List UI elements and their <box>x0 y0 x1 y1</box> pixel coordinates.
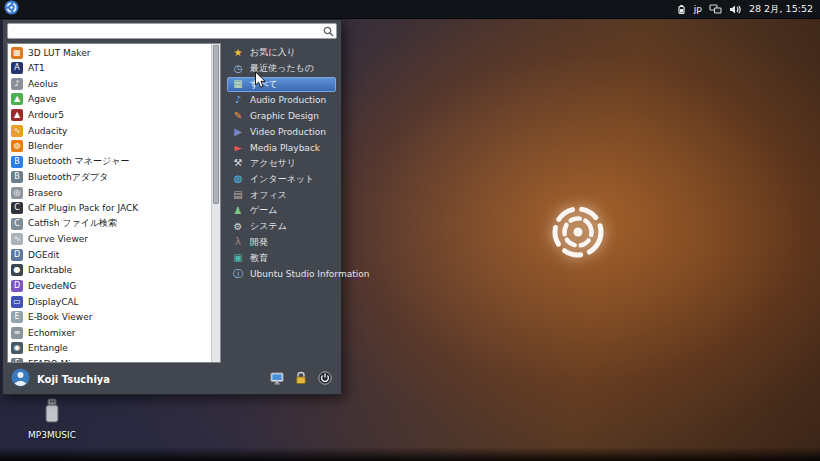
category-label: Video Production <box>250 127 326 137</box>
category-item[interactable]: ✎Graphic Design <box>227 108 336 124</box>
network-icon[interactable] <box>709 4 722 15</box>
category-item[interactable]: ★お気に入り <box>227 45 336 61</box>
app-list-item[interactable]: AAT1 <box>8 61 211 77</box>
app-label: AT1 <box>28 63 45 73</box>
app-list-item[interactable]: ◍Blender <box>8 138 211 154</box>
category-item[interactable]: ▦すべて <box>227 77 336 93</box>
usb-drive-icon <box>40 409 64 428</box>
power-icon <box>318 371 332 388</box>
app-label: Brasero <box>28 188 63 198</box>
app-list: ▦3D LUT MakerAAT1♪Aeolus▲Agave▲Ardour5∿A… <box>8 44 211 362</box>
app-label: Blender <box>28 141 63 151</box>
app-list-item[interactable]: ♪Aeolus <box>8 76 211 92</box>
category-list: ★お気に入り◷最近使ったもの▦すべて♪Audio Production✎Grap… <box>227 45 336 282</box>
app-list-item[interactable]: DDGEdit <box>8 247 211 263</box>
app-list-scrollbar[interactable] <box>211 44 220 362</box>
app-label: Catfish ファイル検索 <box>28 217 117 230</box>
app-label: Audacity <box>28 126 67 136</box>
bluetooth-adapter-icon: B <box>11 171 23 183</box>
search-box <box>7 23 337 39</box>
app-list-item[interactable]: ▲Ardour5 <box>8 107 211 123</box>
app-label: DisplayCAL <box>28 297 79 307</box>
aeolus-icon: ♪ <box>11 78 23 90</box>
username: Koji Tsuchiya <box>37 374 110 385</box>
app-list-item[interactable]: CCalf Plugin Pack for JACK <box>8 200 211 216</box>
power-manager-icon[interactable] <box>676 4 687 15</box>
app-label: 3D LUT Maker <box>28 48 90 58</box>
category-item[interactable]: ♟ゲーム <box>227 203 336 219</box>
menu-footer: Koji Tsuchiya <box>3 365 341 394</box>
entangle-icon: ◉ <box>11 342 23 354</box>
ffado-mixer-icon: F <box>11 358 23 362</box>
applications-menu-button[interactable] <box>0 0 22 19</box>
user-avatar <box>11 368 30 391</box>
category-item[interactable]: ▣教育 <box>227 250 336 266</box>
volume-icon[interactable] <box>729 4 742 15</box>
lock-screen-button[interactable] <box>292 371 309 388</box>
app-label: Entangle <box>28 343 68 353</box>
top-panel: jp 28 2月, 15:52 <box>0 0 820 19</box>
category-item[interactable]: ⚙システム <box>227 219 336 235</box>
blender-icon: ◍ <box>11 140 23 152</box>
category-label: オフィス <box>250 189 287 202</box>
app-list-item[interactable]: ∿Audacity <box>8 123 211 139</box>
development-icon: λ <box>232 236 244 248</box>
catfish-icon: C <box>11 218 23 230</box>
settings-button[interactable] <box>268 371 285 388</box>
app-list-item[interactable]: ◎Brasero <box>8 185 211 201</box>
favorites-star-icon: ★ <box>232 47 244 59</box>
app-list-item[interactable]: ◉Entangle <box>8 340 211 356</box>
category-item[interactable]: ◷最近使ったもの <box>227 61 336 77</box>
app-list-item[interactable]: ∿Curve Viewer <box>8 232 211 248</box>
lock-icon <box>295 371 307 388</box>
panel-clock[interactable]: 28 2月, 15:52 <box>749 3 813 16</box>
category-label: ゲーム <box>250 204 277 217</box>
at1-icon: A <box>11 62 23 74</box>
agave-icon: ▲ <box>11 93 23 105</box>
app-list-item[interactable]: ●Darktable <box>8 263 211 279</box>
accessories-icon: ⚒ <box>232 157 244 169</box>
power-button[interactable] <box>316 371 333 388</box>
app-list-item[interactable]: ≡Echomixer <box>8 325 211 341</box>
app-list-item[interactable]: CCatfish ファイル検索 <box>8 216 211 232</box>
app-list-item[interactable]: BBluetooth マネージャー <box>8 154 211 170</box>
mouse-cursor <box>254 71 267 94</box>
office-icon: ▤ <box>232 189 244 201</box>
category-item[interactable]: λ開発 <box>227 235 336 251</box>
app-label: Curve Viewer <box>28 234 88 244</box>
app-list-item[interactable]: BBluetoothアダプタ <box>8 169 211 185</box>
app-list-item[interactable]: FFFADO Mixer <box>8 356 211 362</box>
system-gear-icon: ⚙ <box>232 221 244 233</box>
all-apps-grid-icon: ▦ <box>232 78 244 90</box>
category-item[interactable]: ⓘUbuntu Studio Information <box>227 266 336 282</box>
app-label: DevedeNG <box>28 281 76 291</box>
games-icon: ♟ <box>232 205 244 217</box>
app-list-item[interactable]: ▭DisplayCAL <box>8 294 211 310</box>
app-list-item[interactable]: EE-Book Viewer <box>8 309 211 325</box>
search-input[interactable] <box>8 26 320 37</box>
education-icon: ▣ <box>232 252 244 264</box>
category-item[interactable]: ▶Video Production <box>227 124 336 140</box>
app-label: Echomixer <box>28 328 75 338</box>
desktop-icon-mp3music[interactable]: MP3MUSIC <box>14 398 90 440</box>
app-label: Bluetooth マネージャー <box>28 155 129 168</box>
app-label: Agave <box>28 94 56 104</box>
category-item[interactable]: ⚒アクセサリ <box>227 156 336 172</box>
app-panel: ▦3D LUT MakerAAT1♪Aeolus▲Agave▲Ardour5∿A… <box>7 43 221 363</box>
app-list-item[interactable]: ▦3D LUT Maker <box>8 45 211 61</box>
3d-lut-maker-icon: ▦ <box>11 47 23 59</box>
category-label: 教育 <box>250 252 268 265</box>
category-label: Graphic Design <box>250 111 319 121</box>
category-item[interactable]: ▤オフィス <box>227 187 336 203</box>
curve-viewer-icon: ∿ <box>11 233 23 245</box>
keyboard-layout-indicator[interactable]: jp <box>694 4 702 14</box>
ubuntu-studio-wallpaper-logo <box>546 200 610 264</box>
app-list-item[interactable]: ▲Agave <box>8 92 211 108</box>
screen: MP3MUSIC jp <box>0 0 820 461</box>
category-item[interactable]: ♪Audio Production <box>227 92 336 108</box>
scrollbar-thumb[interactable] <box>213 45 219 204</box>
app-list-item[interactable]: DDevedeNG <box>8 278 211 294</box>
category-item[interactable]: ◍インターネット <box>227 171 336 187</box>
search-icon <box>320 26 336 37</box>
category-item[interactable]: ►Media Playback <box>227 140 336 156</box>
